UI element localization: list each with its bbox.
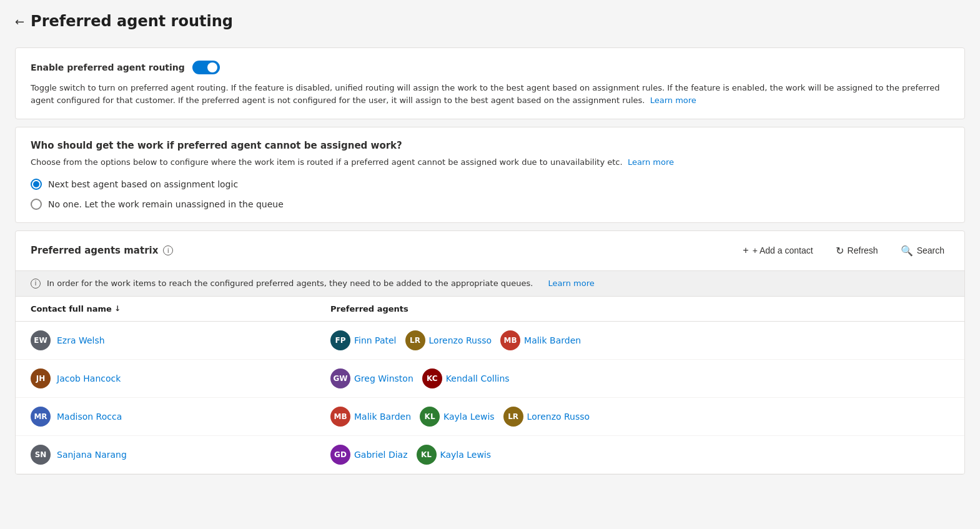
agent-avatar: KL	[420, 407, 440, 427]
table-header: Contact full name ↓ Preferred agents	[16, 297, 964, 322]
agent-item: LRLorenzo Russo	[405, 330, 492, 350]
matrix-header: Preferred agents matrix i + + Add a cont…	[16, 231, 964, 271]
sort-arrow-icon: ↓	[114, 304, 121, 313]
matrix-info-icon[interactable]: i	[163, 245, 173, 255]
banner-learn-more-link[interactable]: Learn more	[548, 279, 595, 288]
search-icon: 🔍	[901, 245, 913, 257]
agent-name-link[interactable]: Lorenzo Russo	[429, 335, 492, 345]
back-button[interactable]: ←	[15, 15, 24, 28]
radio-option-2[interactable]: No one. Let the work remain unassigned i…	[31, 199, 949, 210]
agent-item: KLKayla Lewis	[417, 445, 492, 465]
agent-name-link[interactable]: Malik Barden	[354, 412, 411, 422]
agent-avatar: GW	[330, 368, 350, 388]
contact-cell: SNSanjana Narang	[31, 445, 330, 465]
agents-cell: GWGreg WinstonKCKendall Collins	[330, 368, 949, 388]
add-contact-label: + Add a contact	[753, 245, 813, 255]
agent-avatar: KC	[422, 368, 442, 388]
agent-name-link[interactable]: Kayla Lewis	[443, 412, 495, 422]
agent-avatar: LR	[405, 330, 425, 350]
routing-description: Choose from the options below to configu…	[31, 156, 949, 169]
agent-avatar: MB	[500, 330, 520, 350]
agents-cell: GDGabriel DiazKLKayla Lewis	[330, 445, 949, 465]
routing-learn-more-link[interactable]: Learn more	[628, 157, 674, 167]
routing-subtitle: Who should get the work if preferred age…	[31, 140, 949, 151]
enable-learn-more-link[interactable]: Learn more	[650, 96, 696, 105]
radio-label-1: Next best agent based on assignment logi…	[48, 179, 238, 189]
banner-text: In order for the work items to reach the…	[47, 279, 533, 288]
agent-name-link[interactable]: Gabriel Diaz	[354, 450, 408, 460]
agents-cell: MBMalik BardenKLKayla LewisLRLorenzo Rus…	[330, 407, 949, 427]
enable-toggle[interactable]	[192, 61, 220, 74]
agent-avatar: GD	[330, 445, 350, 465]
page-header: ← Preferred agent routing	[15, 12, 965, 30]
search-label: Search	[917, 245, 944, 255]
search-button[interactable]: 🔍 Search	[896, 241, 949, 260]
banner-info-icon: i	[31, 279, 41, 289]
matrix-section: Preferred agents matrix i + + Add a cont…	[15, 230, 965, 475]
agents-cell: FPFinn PatelLRLorenzo RussoMBMalik Barde…	[330, 330, 949, 350]
toggle-thumb	[207, 62, 217, 72]
add-contact-button[interactable]: + + Add a contact	[738, 241, 818, 260]
routing-options: Next best agent based on assignment logi…	[31, 179, 949, 210]
agent-item: KCKendall Collins	[422, 368, 510, 388]
agent-avatar: LR	[503, 407, 523, 427]
radio-circle-2	[31, 199, 42, 210]
radio-label-2: No one. Let the work remain unassigned i…	[48, 199, 284, 209]
enable-description: Toggle switch to turn on preferred agent…	[31, 82, 949, 106]
agent-item: KLKayla Lewis	[420, 407, 495, 427]
agent-avatar: FP	[330, 330, 350, 350]
refresh-button[interactable]: ↻ Refresh	[831, 241, 883, 260]
refresh-icon: ↻	[836, 245, 844, 257]
col-contact-header: Contact full name ↓	[31, 304, 330, 314]
agent-item: MBMalik Barden	[330, 407, 411, 427]
contact-avatar: MR	[31, 407, 51, 427]
matrix-table: Contact full name ↓ Preferred agents EWE…	[16, 297, 964, 474]
contact-name-link[interactable]: Sanjana Narang	[57, 450, 127, 460]
contact-avatar: SN	[31, 445, 51, 465]
page-container: ← Preferred agent routing Enable preferr…	[0, 0, 980, 529]
table-row: JHJacob HancockGWGreg WinstonKCKendall C…	[16, 360, 964, 398]
agent-name-link[interactable]: Finn Patel	[354, 335, 397, 345]
agent-item: MBMalik Barden	[500, 330, 581, 350]
table-row: SNSanjana NarangGDGabriel DiazKLKayla Le…	[16, 436, 964, 474]
agent-item: GDGabriel Diaz	[330, 445, 408, 465]
matrix-title-row: Preferred agents matrix i	[31, 245, 173, 256]
info-banner: i In order for the work items to reach t…	[16, 271, 964, 297]
contact-avatar: EW	[31, 330, 51, 350]
agent-avatar: MB	[330, 407, 350, 427]
contact-cell: EWEzra Welsh	[31, 330, 330, 350]
agent-avatar: KL	[417, 445, 437, 465]
matrix-title: Preferred agents matrix	[31, 245, 158, 256]
table-rows: EWEzra WelshFPFinn PatelLRLorenzo RussoM…	[16, 322, 964, 474]
enable-label: Enable preferred agent routing	[31, 62, 185, 72]
routing-section: Who should get the work if preferred age…	[15, 127, 965, 223]
agent-item: FPFinn Patel	[330, 330, 397, 350]
agent-name-link[interactable]: Kendall Collins	[446, 373, 510, 383]
page-title: Preferred agent routing	[31, 12, 233, 30]
matrix-actions: + + Add a contact ↻ Refresh 🔍 Search	[738, 241, 949, 260]
contact-name-link[interactable]: Jacob Hancock	[57, 373, 121, 383]
contact-name-link[interactable]: Ezra Welsh	[57, 335, 105, 345]
table-row: MRMadison RoccaMBMalik BardenKLKayla Lew…	[16, 398, 964, 436]
refresh-label: Refresh	[848, 245, 878, 255]
enable-row: Enable preferred agent routing	[31, 61, 949, 74]
agent-item: LRLorenzo Russo	[503, 407, 590, 427]
agent-name-link[interactable]: Greg Winston	[354, 373, 413, 383]
col-agents-header: Preferred agents	[330, 304, 949, 314]
radio-option-1[interactable]: Next best agent based on assignment logi…	[31, 179, 949, 190]
contact-cell: MRMadison Rocca	[31, 407, 330, 427]
agent-item: GWGreg Winston	[330, 368, 413, 388]
plus-icon: +	[743, 245, 748, 256]
enable-section: Enable preferred agent routing Toggle sw…	[15, 47, 965, 119]
agent-name-link[interactable]: Malik Barden	[524, 335, 581, 345]
table-row: EWEzra WelshFPFinn PatelLRLorenzo RussoM…	[16, 322, 964, 360]
contact-cell: JHJacob Hancock	[31, 368, 330, 388]
radio-circle-1	[31, 179, 42, 190]
contact-avatar: JH	[31, 368, 51, 388]
agent-name-link[interactable]: Lorenzo Russo	[527, 412, 590, 422]
agent-name-link[interactable]: Kayla Lewis	[440, 450, 492, 460]
contact-name-link[interactable]: Madison Rocca	[57, 412, 122, 422]
